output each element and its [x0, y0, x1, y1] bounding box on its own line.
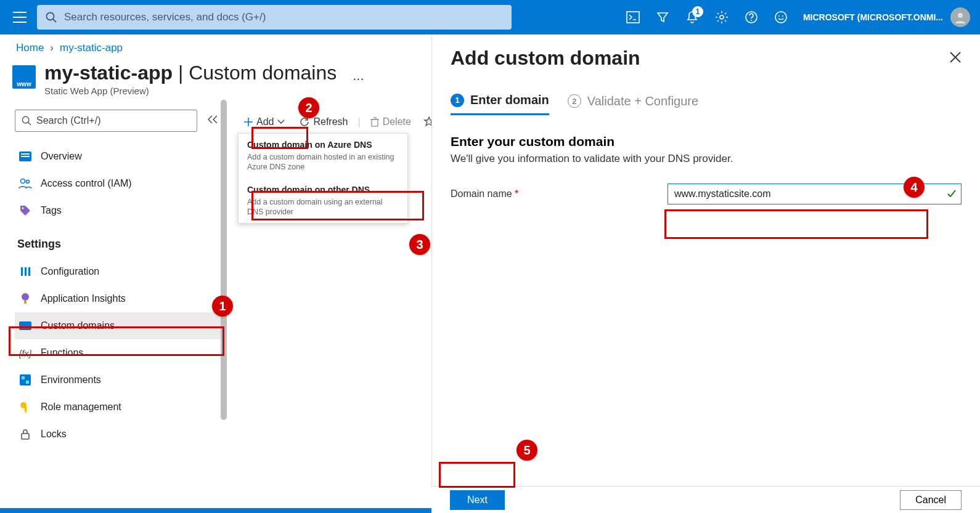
callout-number-1: 1	[212, 296, 233, 317]
step-2[interactable]: 2 Validate + Configure	[568, 93, 698, 115]
sidebar-section-settings: Settings	[17, 238, 223, 251]
svg-line-1	[53, 19, 56, 22]
sidebar-item-insights[interactable]: Application Insights	[15, 285, 223, 312]
user-tenant-label[interactable]: MICROSOFT (MICROSOFT.ONMI...	[803, 12, 943, 22]
svg-point-3	[720, 15, 724, 19]
svg-point-17	[22, 208, 24, 209]
overview-icon	[18, 150, 32, 163]
sidebar-item-iam[interactable]: Access control (IAM)	[15, 170, 223, 197]
panel-title: Add custom domain	[451, 47, 640, 70]
toolbar-separator: |	[358, 116, 361, 127]
collapse-sidebar-button[interactable]	[207, 115, 218, 126]
person-icon	[954, 11, 966, 23]
notifications-button[interactable]: 1	[677, 2, 707, 32]
filter-button[interactable]	[648, 2, 677, 32]
sidebar-search-placeholder: Search (Ctrl+/)	[36, 115, 100, 126]
step-label: Enter domain	[470, 93, 549, 107]
next-button[interactable]: Next	[450, 490, 505, 510]
help-icon	[745, 10, 758, 24]
sidebar-item-label: Overview	[41, 151, 82, 162]
refresh-button-label: Refresh	[313, 116, 348, 127]
feedback-button[interactable]	[766, 2, 796, 32]
sidebar-item-custom-domains[interactable]: Custom domains	[15, 312, 223, 339]
svg-rect-2	[627, 12, 639, 23]
dropdown-option-title: Custom domain on other DNS	[247, 185, 399, 195]
step-indicator: 1 Enter domain 2 Validate + Configure	[451, 93, 962, 116]
help-button[interactable]	[737, 2, 766, 32]
notification-badge: 1	[692, 6, 703, 17]
callout-number-5: 5	[517, 440, 537, 461]
add-dropdown: Custom domain on Azure DNS Add a custom …	[238, 133, 408, 224]
sidebar-item-configuration[interactable]: Configuration	[15, 258, 223, 285]
svg-rect-18	[21, 267, 23, 276]
svg-rect-27	[26, 381, 29, 384]
domain-name-field-row: Domain name *	[451, 184, 962, 204]
settings-button[interactable]	[707, 2, 737, 32]
page-title: my-static-app | Custom domains	[44, 62, 337, 84]
domain-icon	[18, 319, 32, 333]
step-1[interactable]: 1 Enter domain	[451, 93, 549, 115]
svg-point-0	[47, 13, 54, 20]
dropdown-option-title: Custom domain on Azure DNS	[247, 140, 399, 150]
delete-button[interactable]: Delete	[364, 113, 417, 131]
cloud-shell-button[interactable]	[618, 2, 648, 32]
top-bar: Search resources, services, and docs (G+…	[0, 0, 980, 34]
sidebar-item-label: Locks	[41, 429, 67, 440]
sidebar-item-role-management[interactable]: Role management	[15, 394, 223, 421]
static-webapp-icon: www	[12, 65, 36, 89]
chevron-left-double-icon	[207, 115, 218, 124]
plus-icon	[244, 118, 253, 126]
refresh-icon	[300, 117, 309, 127]
svg-rect-30	[22, 434, 29, 439]
svg-rect-24	[21, 327, 30, 328]
svg-point-9	[958, 13, 963, 18]
section-heading: Enter your custom domain	[451, 134, 962, 149]
domain-name-label: Domain name *	[451, 188, 668, 200]
sidebar-item-environments[interactable]: Environments	[15, 366, 223, 394]
sidebar-search[interactable]: Search (Ctrl+/)	[15, 110, 197, 132]
user-avatar[interactable]	[950, 7, 970, 27]
hamburger-button[interactable]	[5, 2, 35, 32]
svg-point-16	[27, 180, 30, 184]
close-icon	[949, 51, 962, 63]
svg-point-5	[751, 20, 752, 21]
tag-icon	[18, 204, 32, 217]
sidebar-item-locks[interactable]: Locks	[15, 421, 223, 448]
people-icon	[18, 177, 32, 190]
sidebar-item-functions[interactable]: {fx} Functions	[15, 339, 223, 366]
function-icon: {fx}	[18, 346, 32, 360]
dropdown-option-other-dns[interactable]: Custom domain on other DNS Add a custom …	[239, 179, 407, 224]
svg-point-15	[21, 179, 25, 184]
breadcrumb-home[interactable]: Home	[16, 42, 44, 54]
smiley-icon	[774, 10, 788, 24]
lightbulb-icon	[18, 292, 32, 305]
close-panel-button[interactable]	[949, 51, 962, 66]
add-button[interactable]: Add	[238, 113, 291, 131]
breadcrumb-current[interactable]: my-static-app	[60, 42, 123, 54]
svg-point-8	[782, 15, 783, 17]
sidebar-item-overview[interactable]: Overview	[15, 143, 223, 170]
dropdown-option-subtitle: Add a custom domain using an external DN…	[247, 197, 399, 217]
sidebar-item-label: Application Insights	[41, 293, 126, 304]
cloud-shell-icon	[626, 11, 640, 23]
sidebar-item-label: Configuration	[41, 266, 99, 277]
more-button[interactable]: ···	[353, 71, 364, 87]
environments-icon	[18, 373, 32, 387]
step-label: Validate + Configure	[587, 94, 698, 108]
svg-rect-25	[20, 374, 31, 386]
cancel-button[interactable]: Cancel	[900, 490, 962, 510]
svg-rect-14	[21, 156, 30, 157]
svg-rect-29	[25, 406, 27, 412]
callout-number-2: 2	[298, 97, 319, 118]
sidebar-item-tags[interactable]: Tags	[15, 197, 223, 224]
svg-rect-26	[22, 376, 25, 379]
step-number-badge: 2	[568, 94, 581, 108]
delete-button-label: Delete	[383, 116, 411, 127]
step-number-badge: 1	[451, 94, 464, 107]
global-search[interactable]: Search resources, services, and docs (G+…	[37, 5, 512, 30]
hamburger-icon	[13, 12, 27, 23]
dropdown-option-azure-dns[interactable]: Custom domain on Azure DNS Add a custom …	[239, 134, 407, 179]
svg-point-6	[775, 12, 786, 23]
svg-rect-13	[21, 153, 30, 155]
add-button-label: Add	[256, 116, 274, 127]
